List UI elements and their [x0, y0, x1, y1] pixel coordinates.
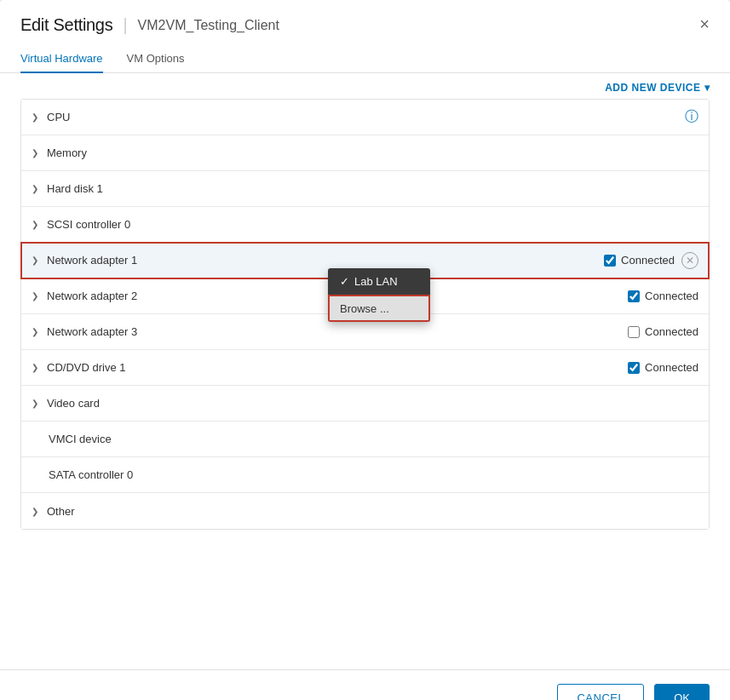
cancel-button[interactable]: CANCEL — [557, 684, 644, 700]
hw-row-scsi-controller-0: ❯ SCSI controller 0 — [21, 207, 709, 243]
scsi-label: SCSI controller 0 — [47, 218, 698, 231]
ok-button[interactable]: OK — [654, 684, 710, 700]
dialog-title: Edit Settings — [20, 15, 112, 35]
connected-input-network-adapter-3[interactable] — [628, 326, 640, 338]
add-new-device-button[interactable]: ADD NEW DEVICE ▾ — [605, 82, 710, 94]
hw-row-sata-controller-0: SATA controller 0 — [21, 457, 709, 493]
expand-arrow-memory[interactable]: ❯ — [32, 148, 38, 158]
expand-arrow-hard-disk-1[interactable]: ❯ — [32, 184, 38, 193]
hard-disk-1-label: Hard disk 1 — [47, 182, 698, 195]
expand-arrow-cd-dvd[interactable]: ❯ — [32, 363, 38, 372]
network-adapter-1-right: Connected ✕ — [604, 252, 698, 269]
info-icon-cpu[interactable]: ⓘ — [685, 108, 698, 126]
hw-row-vmci-device: VMCI device — [21, 422, 709, 457]
other-label: Other — [47, 505, 698, 518]
vmci-device-label: VMCI device — [49, 433, 698, 445]
connected-checkbox-network-adapter-2[interactable]: Connected — [628, 290, 698, 302]
hardware-table: ❯ CPU ⓘ ❯ Memory ❯ Hard disk 1 ❯ SCSI co… — [20, 99, 710, 530]
hw-row-other: ❯ Other — [21, 493, 709, 529]
expand-arrow-other[interactable]: ❯ — [32, 507, 38, 516]
connected-input-cd-dvd[interactable] — [628, 362, 640, 374]
expand-arrow-cpu[interactable]: ❯ — [32, 112, 38, 122]
dialog-separator: | — [123, 15, 127, 35]
cpu-right: ⓘ — [685, 108, 698, 126]
network-adapter-3-label: Network adapter 3 — [47, 325, 628, 338]
close-button[interactable]: × — [696, 12, 713, 36]
edit-settings-dialog: Edit Settings | VM2VM_Testing_Client × V… — [0, 0, 730, 700]
hw-row-cpu: ❯ CPU ⓘ — [21, 100, 709, 135]
expand-arrow-network-adapter-3[interactable]: ❯ — [32, 327, 38, 336]
connected-checkbox-network-adapter-1[interactable]: Connected — [604, 254, 675, 267]
network-adapter-3-right: Connected — [628, 325, 698, 338]
hw-row-cd-dvd-drive-1: ❯ CD/DVD drive 1 Connected — [21, 350, 709, 386]
connected-checkbox-cd-dvd[interactable]: Connected — [628, 361, 698, 374]
cd-dvd-drive-1-right: Connected — [628, 361, 698, 374]
dialog-subtitle: VM2VM_Testing_Client — [138, 18, 279, 33]
network-adapter-2-right: Connected — [628, 290, 698, 302]
expand-arrow-video-card[interactable]: ❯ — [32, 399, 38, 408]
tabs-bar: Virtual Hardware VM Options — [0, 45, 730, 73]
connected-input-network-adapter-2[interactable] — [628, 290, 640, 302]
hw-row-network-adapter-1: ❯ Network adapter 1 Connected ✕ ✓ Lab LA… — [21, 243, 709, 278]
memory-label: Memory — [47, 146, 698, 159]
dropdown-item-lab-lan[interactable]: ✓ Lab LAN — [328, 268, 430, 295]
connected-checkbox-network-adapter-3[interactable]: Connected — [628, 325, 698, 338]
tab-virtual-hardware[interactable]: Virtual Hardware — [20, 45, 103, 73]
hw-row-memory: ❯ Memory — [21, 135, 709, 171]
cd-dvd-drive-1-label: CD/DVD drive 1 — [47, 361, 628, 374]
toolbar: ADD NEW DEVICE ▾ — [0, 73, 730, 99]
hw-row-hard-disk-1: ❯ Hard disk 1 — [21, 171, 709, 207]
expand-arrow-network-adapter-1[interactable]: ❯ — [32, 255, 38, 265]
empty-area — [20, 530, 710, 649]
expand-arrow-scsi[interactable]: ❯ — [32, 220, 38, 229]
sata-controller-0-label: SATA controller 0 — [49, 468, 698, 481]
content-area: ❯ CPU ⓘ ❯ Memory ❯ Hard disk 1 ❯ SCSI co… — [0, 99, 730, 669]
network-adapter-1-label: Network adapter 1 — [47, 254, 604, 267]
remove-icon-network-adapter-1[interactable]: ✕ — [681, 252, 698, 269]
connected-input-network-adapter-1[interactable] — [604, 255, 616, 267]
cpu-label: CPU — [47, 111, 685, 123]
dialog-footer: CANCEL OK — [0, 669, 730, 700]
checkmark-icon: ✓ — [340, 275, 349, 288]
video-card-label: Video card — [47, 397, 698, 410]
hw-row-video-card: ❯ Video card — [21, 386, 709, 422]
expand-arrow-network-adapter-2[interactable]: ❯ — [32, 291, 38, 301]
network-adapter-1-dropdown: ✓ Lab LAN Browse ... — [328, 268, 430, 322]
dialog-header: Edit Settings | VM2VM_Testing_Client × — [0, 0, 730, 35]
tab-vm-options[interactable]: VM Options — [127, 45, 185, 73]
dropdown-item-browse[interactable]: Browse ... — [328, 295, 430, 322]
